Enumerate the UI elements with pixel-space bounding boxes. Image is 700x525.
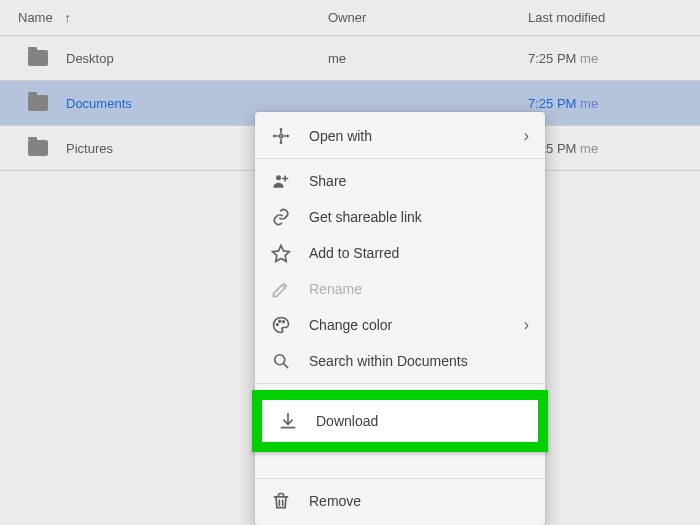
menu-label: Remove bbox=[309, 493, 529, 509]
trash-icon bbox=[271, 491, 291, 511]
menu-get-link[interactable]: Get shareable link bbox=[255, 199, 545, 235]
menu-add-starred[interactable]: Add to Starred bbox=[255, 235, 545, 271]
chevron-right-icon: › bbox=[524, 316, 529, 334]
menu-label: Change color bbox=[309, 317, 506, 333]
download-icon bbox=[278, 411, 298, 431]
star-icon bbox=[271, 243, 291, 263]
file-modified: 7:25 PM me bbox=[520, 126, 700, 171]
col-name-label: Name bbox=[18, 10, 53, 25]
menu-label: Get shareable link bbox=[309, 209, 529, 225]
svg-point-5 bbox=[283, 321, 285, 323]
col-modified-header[interactable]: Last modified bbox=[520, 0, 700, 36]
menu-remove[interactable]: Remove bbox=[255, 483, 545, 519]
file-modified: 7:25 PM me bbox=[520, 36, 700, 81]
pencil-icon bbox=[271, 279, 291, 299]
file-name: Pictures bbox=[66, 141, 113, 156]
file-name: Desktop bbox=[66, 51, 114, 66]
context-menu: Open with › Share Get shareable link Add… bbox=[255, 112, 545, 525]
menu-search-within[interactable]: Search within Documents bbox=[255, 343, 545, 379]
file-name: Documents bbox=[66, 96, 132, 111]
svg-point-1 bbox=[276, 175, 281, 180]
menu-separator bbox=[255, 478, 545, 479]
svg-point-0 bbox=[279, 134, 282, 137]
menu-change-color[interactable]: Change color › bbox=[255, 307, 545, 343]
menu-share[interactable]: Share bbox=[255, 163, 545, 199]
menu-open-with[interactable]: Open with › bbox=[255, 118, 545, 154]
menu-download[interactable]: Download bbox=[262, 400, 538, 442]
chevron-right-icon: › bbox=[524, 127, 529, 145]
menu-separator bbox=[255, 158, 545, 159]
table-header-row: Name ↑ Owner Last modified bbox=[0, 0, 700, 36]
folder-icon bbox=[28, 50, 48, 66]
svg-marker-2 bbox=[273, 246, 290, 262]
menu-rename: Rename bbox=[255, 271, 545, 307]
search-icon bbox=[271, 351, 291, 371]
sort-ascending-icon: ↑ bbox=[64, 10, 71, 25]
share-icon bbox=[271, 171, 291, 191]
highlight-callout: Download bbox=[252, 390, 548, 452]
file-modified: 7:25 PM me bbox=[520, 81, 700, 126]
open-with-icon bbox=[271, 126, 291, 146]
table-row[interactable]: Desktop me 7:25 PM me bbox=[0, 36, 700, 81]
folder-icon bbox=[28, 95, 48, 111]
svg-point-4 bbox=[279, 320, 281, 322]
menu-label: Open with bbox=[309, 128, 506, 144]
menu-label: Download bbox=[316, 413, 522, 429]
file-owner: me bbox=[320, 36, 520, 81]
folder-icon bbox=[28, 140, 48, 156]
svg-point-3 bbox=[276, 324, 278, 326]
menu-label: Search within Documents bbox=[309, 353, 529, 369]
menu-label: Share bbox=[309, 173, 529, 189]
col-owner-header[interactable]: Owner bbox=[320, 0, 520, 36]
link-icon bbox=[271, 207, 291, 227]
menu-label: Rename bbox=[309, 281, 529, 297]
menu-separator bbox=[255, 383, 545, 384]
col-name-header[interactable]: Name ↑ bbox=[0, 0, 320, 36]
menu-label: Add to Starred bbox=[309, 245, 529, 261]
palette-icon bbox=[271, 315, 291, 335]
